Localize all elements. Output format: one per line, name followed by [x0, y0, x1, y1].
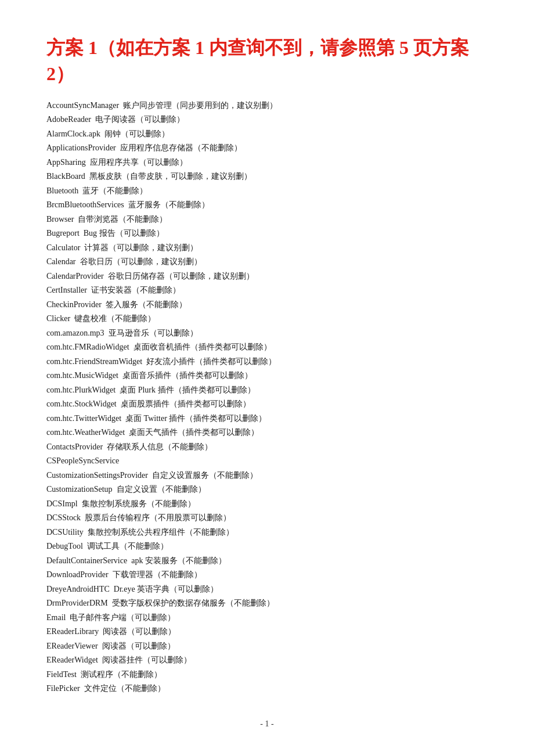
list-item: FieldTest 测试程序（不能删除）	[46, 668, 488, 682]
list-item: CalendarProvider 谷歌日历储存器（可以删除，建议别删）	[46, 269, 488, 284]
list-item: com.htc.MusicWidget 桌面音乐插件（插件类都可以删除）	[46, 369, 488, 383]
list-item: ContactsProvider 存储联系人信息（不能删除）	[46, 440, 488, 455]
list-item: CheckinProvider 签入服务（不能删除）	[46, 298, 488, 312]
list-item: CSPeopleSyncService	[46, 454, 488, 469]
list-item: DCSImpl 集散控制系统服务（不能删除）	[46, 497, 488, 512]
list-item: BrcmBluetoothServices 蓝牙服务（不能删除）	[46, 198, 488, 213]
page-footer: - 1 -	[46, 719, 488, 729]
list-item: AppSharing 应用程序共享（可以删除）	[46, 156, 488, 170]
list-item: DreyeAndroidHTC Dr.eye 英语字典（可以删除）	[46, 582, 488, 597]
list-item: com.htc.StockWidget 桌面股票插件（插件类都可以删除）	[46, 397, 488, 412]
list-item: com.htc.PlurkWidget 桌面 Plurk 插件（插件类都可以删除…	[46, 383, 488, 398]
list-item: Calendar 谷歌日历（可以删除，建议别删）	[46, 255, 488, 269]
list-item: Browser 自带浏览器（不能删除）	[46, 213, 488, 227]
list-item: com.htc.TwitterWidget 桌面 Twitter 插件（插件类都…	[46, 412, 488, 426]
list-item: DrmProviderDRM 受数字版权保护的数据存储服务（不能删除）	[46, 596, 488, 611]
list-item: AlarmClock.apk 闹钟（可以删除）	[46, 127, 488, 142]
list-item: AdobeReader 电子阅读器（可以删除）	[46, 113, 488, 127]
list-item: DebugTool 调试工具（不能删除）	[46, 539, 488, 554]
list-item: FilePicker 文件定位（不能删除）	[46, 682, 488, 696]
list-item: com.htc.WeatherWidget 桌面天气插件（插件类都可以删除）	[46, 426, 488, 440]
list-item: DCSUtility 集散控制系统公共程序组件（不能删除）	[46, 525, 488, 540]
list-item: Bluetooth 蓝牙（不能删除）	[46, 184, 488, 199]
list-item: EReaderViewer 阅读器（可以删除）	[46, 639, 488, 654]
list-item: EReaderLibrary 阅读器（可以删除）	[46, 625, 488, 639]
list-item: CustomizationSettingsProvider 自定义设置服务（不能…	[46, 469, 488, 483]
list-item: Clicker 键盘校准（不能删除）	[46, 312, 488, 326]
list-item: DownloadProvider 下载管理器（不能删除）	[46, 568, 488, 582]
list-item: DefaultContainerService apk 安装服务（不能删除）	[46, 554, 488, 568]
list-item: ApplicationsProvider 应用程序信息存储器（不能删除）	[46, 141, 488, 156]
list-item: CertInstaller 证书安装器（不能删除）	[46, 283, 488, 298]
list-item: com.htc.FriendStreamWidget 好友流小插件（插件类都可以…	[46, 355, 488, 369]
app-list: AccountSyncManager 账户同步管理（同步要用到的，建议别删）Ad…	[46, 99, 488, 696]
list-item: CustomizationSetup 自定义设置（不能删除）	[46, 483, 488, 497]
list-item: AccountSyncManager 账户同步管理（同步要用到的，建议别删）	[46, 99, 488, 113]
list-item: Calculator 计算器（可以删除，建议别删）	[46, 241, 488, 255]
list-item: BlackBoard 黑板皮肤（自带皮肤，可以删除，建议别删）	[46, 170, 488, 184]
list-item: com.htc.FMRadioWidget 桌面收音机插件（插件类都可以删除）	[46, 340, 488, 355]
list-item: Bugreport Bug 报告（可以删除）	[46, 226, 488, 241]
page-title: 方案 1（如在方案 1 内查询不到，请参照第 5 页方案 2）	[46, 35, 488, 87]
list-item: DCSStock 股票后台传输程序（不用股票可以删除）	[46, 511, 488, 525]
list-item: com.amazon.mp3 亚马逊音乐（可以删除）	[46, 326, 488, 341]
list-item: Email 电子邮件客户端（可以删除）	[46, 611, 488, 625]
list-item: EReaderWidget 阅读器挂件（可以删除）	[46, 653, 488, 668]
